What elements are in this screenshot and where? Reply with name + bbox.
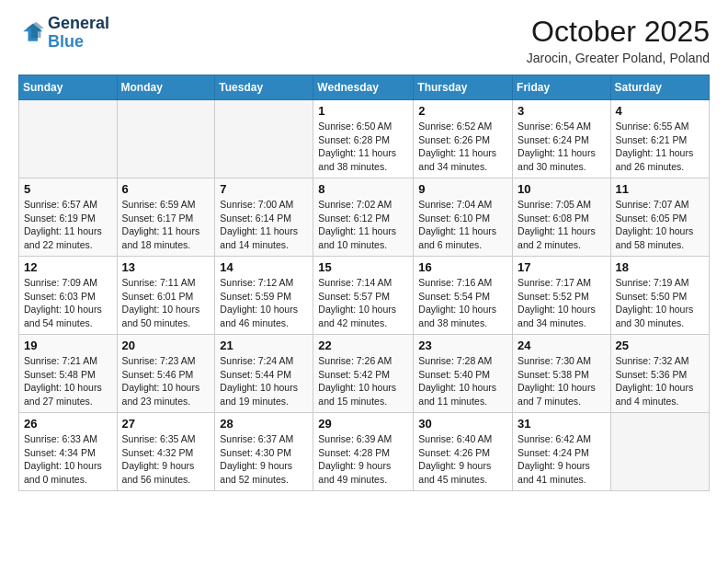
weekday-header-row: SundayMondayTuesdayWednesdayThursdayFrid…: [19, 75, 710, 100]
day-info: Sunrise: 7:14 AM Sunset: 5:57 PM Dayligh…: [318, 276, 408, 330]
calendar-cell: 1Sunrise: 6:50 AM Sunset: 6:28 PM Daylig…: [313, 100, 414, 178]
day-info: Sunrise: 7:19 AM Sunset: 5:50 PM Dayligh…: [616, 276, 704, 330]
day-number: 7: [220, 182, 308, 196]
weekday-sunday: Sunday: [19, 75, 118, 100]
day-number: 5: [24, 182, 112, 196]
day-number: 15: [318, 260, 408, 274]
week-row-5: 26Sunrise: 6:33 AM Sunset: 4:34 PM Dayli…: [19, 413, 710, 491]
day-info: Sunrise: 7:24 AM Sunset: 5:44 PM Dayligh…: [220, 354, 308, 408]
day-number: 16: [418, 260, 507, 274]
day-info: Sunrise: 7:21 AM Sunset: 5:48 PM Dayligh…: [24, 354, 112, 408]
calendar-table: SundayMondayTuesdayWednesdayThursdayFrid…: [18, 75, 710, 491]
header: General Blue October 2025 Jarocin, Great…: [18, 15, 710, 65]
day-number: 11: [616, 182, 704, 196]
calendar-cell: 11Sunrise: 7:07 AM Sunset: 6:05 PM Dayli…: [610, 178, 709, 257]
day-info: Sunrise: 7:00 AM Sunset: 6:14 PM Dayligh…: [220, 198, 308, 252]
day-info: Sunrise: 7:26 AM Sunset: 5:42 PM Dayligh…: [318, 354, 408, 408]
day-info: Sunrise: 6:50 AM Sunset: 6:28 PM Dayligh…: [318, 120, 408, 174]
calendar-cell: [117, 100, 215, 178]
day-number: 4: [616, 104, 704, 118]
day-info: Sunrise: 6:39 AM Sunset: 4:28 PM Dayligh…: [318, 432, 408, 487]
calendar-cell: 22Sunrise: 7:26 AM Sunset: 5:42 PM Dayli…: [313, 335, 414, 413]
calendar-cell: 4Sunrise: 6:55 AM Sunset: 6:21 PM Daylig…: [610, 100, 709, 178]
day-info: Sunrise: 6:33 AM Sunset: 4:34 PM Dayligh…: [24, 432, 112, 487]
calendar-cell: 27Sunrise: 6:35 AM Sunset: 4:32 PM Dayli…: [117, 413, 215, 491]
day-number: 30: [418, 417, 507, 431]
day-number: 22: [318, 339, 408, 352]
weekday-wednesday: Wednesday: [313, 75, 414, 100]
day-number: 20: [122, 339, 210, 352]
calendar-cell: 17Sunrise: 7:17 AM Sunset: 5:52 PM Dayli…: [513, 257, 611, 335]
day-info: Sunrise: 7:12 AM Sunset: 5:59 PM Dayligh…: [220, 276, 308, 330]
calendar-cell: 18Sunrise: 7:19 AM Sunset: 5:50 PM Dayli…: [610, 257, 709, 335]
calendar-cell: 29Sunrise: 6:39 AM Sunset: 4:28 PM Dayli…: [313, 413, 414, 491]
calendar-cell: 23Sunrise: 7:28 AM Sunset: 5:40 PM Dayli…: [414, 335, 513, 413]
day-info: Sunrise: 6:57 AM Sunset: 6:19 PM Dayligh…: [24, 198, 112, 252]
logo-text: General Blue: [48, 15, 109, 52]
day-number: 8: [318, 182, 408, 196]
day-number: 18: [616, 260, 704, 274]
day-number: 14: [220, 260, 308, 274]
calendar-cell: 6Sunrise: 6:59 AM Sunset: 6:17 PM Daylig…: [117, 178, 215, 257]
weekday-friday: Friday: [513, 75, 611, 100]
calendar-cell: 15Sunrise: 7:14 AM Sunset: 5:57 PM Dayli…: [313, 257, 414, 335]
day-number: 13: [122, 260, 210, 274]
logo: General Blue: [18, 15, 109, 52]
calendar-cell: 25Sunrise: 7:32 AM Sunset: 5:36 PM Dayli…: [610, 335, 709, 413]
day-info: Sunrise: 7:04 AM Sunset: 6:10 PM Dayligh…: [418, 198, 507, 252]
calendar-cell: 12Sunrise: 7:09 AM Sunset: 6:03 PM Dayli…: [19, 257, 118, 335]
logo-icon: [18, 20, 44, 46]
calendar-cell: 20Sunrise: 7:23 AM Sunset: 5:46 PM Dayli…: [117, 335, 215, 413]
calendar-cell: 30Sunrise: 6:40 AM Sunset: 4:26 PM Dayli…: [414, 413, 513, 491]
day-info: Sunrise: 6:52 AM Sunset: 6:26 PM Dayligh…: [418, 120, 507, 174]
day-number: 2: [418, 104, 507, 118]
calendar-cell: [215, 100, 313, 178]
day-info: Sunrise: 7:09 AM Sunset: 6:03 PM Dayligh…: [24, 276, 112, 330]
calendar-cell: 2Sunrise: 6:52 AM Sunset: 6:26 PM Daylig…: [414, 100, 513, 178]
day-info: Sunrise: 7:17 AM Sunset: 5:52 PM Dayligh…: [518, 276, 606, 330]
week-row-1: 1Sunrise: 6:50 AM Sunset: 6:28 PM Daylig…: [19, 100, 710, 178]
day-info: Sunrise: 6:42 AM Sunset: 4:24 PM Dayligh…: [518, 432, 606, 487]
calendar-cell: 24Sunrise: 7:30 AM Sunset: 5:38 PM Dayli…: [513, 335, 611, 413]
month-title: October 2025: [527, 15, 710, 49]
day-number: 29: [318, 417, 408, 431]
day-info: Sunrise: 7:32 AM Sunset: 5:36 PM Dayligh…: [616, 354, 704, 408]
day-info: Sunrise: 7:16 AM Sunset: 5:54 PM Dayligh…: [418, 276, 507, 330]
location: Jarocin, Greater Poland, Poland: [527, 51, 710, 65]
calendar-cell: 9Sunrise: 7:04 AM Sunset: 6:10 PM Daylig…: [414, 178, 513, 257]
day-info: Sunrise: 7:07 AM Sunset: 6:05 PM Dayligh…: [616, 198, 704, 252]
day-number: 17: [518, 260, 606, 274]
calendar-cell: 8Sunrise: 7:02 AM Sunset: 6:12 PM Daylig…: [313, 178, 414, 257]
day-info: Sunrise: 7:28 AM Sunset: 5:40 PM Dayligh…: [418, 354, 507, 408]
title-block: October 2025 Jarocin, Greater Poland, Po…: [527, 15, 710, 65]
day-number: 3: [518, 104, 606, 118]
day-number: 21: [220, 339, 308, 352]
day-number: 24: [518, 339, 606, 352]
day-info: Sunrise: 6:37 AM Sunset: 4:30 PM Dayligh…: [220, 432, 308, 487]
calendar-cell: 21Sunrise: 7:24 AM Sunset: 5:44 PM Dayli…: [215, 335, 313, 413]
day-info: Sunrise: 7:05 AM Sunset: 6:08 PM Dayligh…: [518, 198, 606, 252]
day-number: 28: [220, 417, 308, 431]
calendar-cell: [19, 100, 118, 178]
calendar-cell: 31Sunrise: 6:42 AM Sunset: 4:24 PM Dayli…: [513, 413, 611, 491]
calendar-cell: 14Sunrise: 7:12 AM Sunset: 5:59 PM Dayli…: [215, 257, 313, 335]
page: General Blue October 2025 Jarocin, Great…: [0, 0, 728, 510]
week-row-4: 19Sunrise: 7:21 AM Sunset: 5:48 PM Dayli…: [19, 335, 710, 413]
day-number: 27: [122, 417, 210, 431]
day-number: 1: [318, 104, 408, 118]
day-number: 31: [518, 417, 606, 431]
day-number: 6: [122, 182, 210, 196]
day-info: Sunrise: 7:02 AM Sunset: 6:12 PM Dayligh…: [318, 198, 408, 252]
weekday-thursday: Thursday: [414, 75, 513, 100]
day-number: 25: [616, 339, 704, 352]
day-number: 26: [24, 417, 112, 431]
weekday-tuesday: Tuesday: [215, 75, 313, 100]
day-info: Sunrise: 6:55 AM Sunset: 6:21 PM Dayligh…: [616, 120, 704, 174]
week-row-3: 12Sunrise: 7:09 AM Sunset: 6:03 PM Dayli…: [19, 257, 710, 335]
day-number: 10: [518, 182, 606, 196]
day-info: Sunrise: 6:54 AM Sunset: 6:24 PM Dayligh…: [518, 120, 606, 174]
day-number: 12: [24, 260, 112, 274]
day-info: Sunrise: 7:30 AM Sunset: 5:38 PM Dayligh…: [518, 354, 606, 408]
calendar-cell: [610, 413, 709, 491]
day-info: Sunrise: 7:11 AM Sunset: 6:01 PM Dayligh…: [122, 276, 210, 330]
